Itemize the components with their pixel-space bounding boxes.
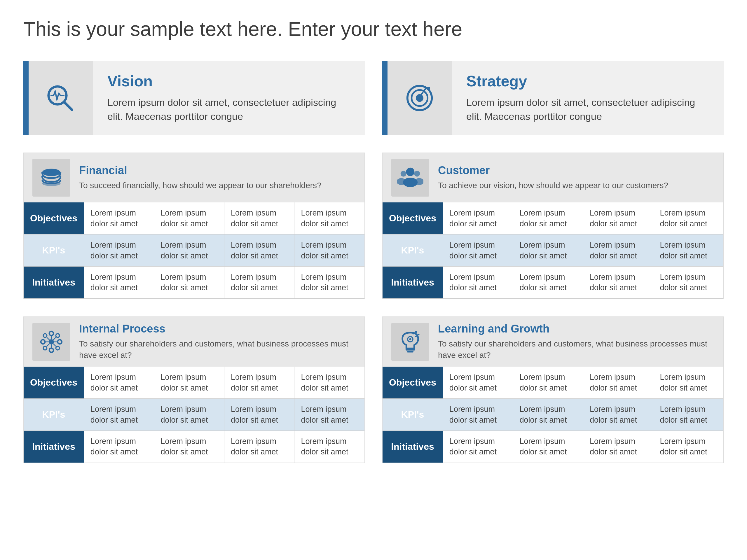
customer-kpi-cell-2: Lorem ipsum dolor sit amet <box>513 235 583 267</box>
svg-point-22 <box>43 346 47 350</box>
financial-header: Financial To succeed financially, how sh… <box>24 153 364 203</box>
svg-point-20 <box>43 334 47 338</box>
financial-init-cell-2: Lorem ipsum dolor sit amet <box>154 266 224 298</box>
internal-process-objectives-label: Objectives <box>24 367 84 398</box>
customer-scorecard: Customer To achieve our vision, how shou… <box>382 153 724 299</box>
customer-obj-cell-3: Lorem ipsum dolor sit amet <box>583 203 653 234</box>
page-title: This is your sample text here. Enter you… <box>23 18 724 40</box>
svg-point-4 <box>416 94 423 102</box>
ip-kpi-cell-2: Lorem ipsum dolor sit amet <box>154 399 224 431</box>
svg-line-29 <box>53 337 56 340</box>
customer-header: Customer To achieve our vision, how shou… <box>383 153 723 203</box>
financial-obj-cell-2: Lorem ipsum dolor sit amet <box>154 203 224 234</box>
financial-title: Financial <box>79 164 321 177</box>
svg-point-9 <box>406 168 415 176</box>
learning-growth-scorecard: Learning and Growth To satisfy our share… <box>382 317 724 463</box>
svg-line-28 <box>47 337 50 340</box>
learning-growth-header: Learning and Growth To satisfy our share… <box>383 317 723 367</box>
financial-table: Objectives Lorem ipsum dolor sit amet Lo… <box>24 203 364 299</box>
svg-line-31 <box>53 344 56 346</box>
internal-process-initiatives-label: Initiatives <box>24 430 84 462</box>
financial-scorecard: Financial To succeed financially, how sh… <box>23 153 365 299</box>
financial-kpi-cell-3: Lorem ipsum dolor sit amet <box>224 235 294 267</box>
financial-kpi-cell-2: Lorem ipsum dolor sit amet <box>154 235 224 267</box>
strategy-content: Strategy Lorem ipsum dolor sit amet, con… <box>452 61 724 135</box>
internal-process-title: Internal Process <box>79 323 356 335</box>
svg-point-7 <box>42 169 61 176</box>
customer-kpi-row: KPI's Lorem ipsum dolor sit amet Lorem i… <box>383 235 723 267</box>
customer-kpi-cell-4: Lorem ipsum dolor sit amet <box>653 235 723 267</box>
strategy-icon <box>404 82 436 114</box>
ip-obj-cell-4: Lorem ipsum dolor sit amet <box>294 367 364 398</box>
svg-point-18 <box>41 340 45 344</box>
ip-obj-cell-3: Lorem ipsum dolor sit amet <box>224 367 294 398</box>
internal-process-kpi-row: KPI's Lorem ipsum dolor sit amet Lorem i… <box>24 399 364 431</box>
customer-initiatives-row: Initiatives Lorem ipsum dolor sit amet L… <box>383 266 723 298</box>
financial-subtitle: To succeed financially, how should we ap… <box>79 180 321 191</box>
strategy-card: Strategy Lorem ipsum dolor sit amet, con… <box>382 61 724 135</box>
lg-init-cell-1: Lorem ipsum dolor sit amet <box>443 430 513 462</box>
internal-process-header-content: Internal Process To satisfy our sharehol… <box>79 323 356 361</box>
customer-kpi-label: KPI's <box>383 235 443 267</box>
customer-kpi-cell-3: Lorem ipsum dolor sit amet <box>583 235 653 267</box>
ip-init-cell-1: Lorem ipsum dolor sit amet <box>84 430 154 462</box>
customer-subtitle: To achieve our vision, how should we app… <box>438 180 668 191</box>
financial-obj-cell-3: Lorem ipsum dolor sit amet <box>224 203 294 234</box>
financial-kpi-row: KPI's Lorem ipsum dolor sit amet Lorem i… <box>24 235 364 267</box>
customer-obj-cell-2: Lorem ipsum dolor sit amet <box>513 203 583 234</box>
customer-kpi-cell-1: Lorem ipsum dolor sit amet <box>443 235 513 267</box>
svg-line-1 <box>64 102 72 110</box>
customer-header-content: Customer To achieve our vision, how shou… <box>438 164 668 191</box>
internal-process-initiatives-row: Initiatives Lorem ipsum dolor sit amet L… <box>24 430 364 462</box>
learning-growth-subtitle: To satisfy our shareholders and customer… <box>438 338 715 361</box>
svg-point-11 <box>401 171 407 177</box>
customer-objectives-row: Objectives Lorem ipsum dolor sit amet Lo… <box>383 203 723 234</box>
financial-initiatives-label: Initiatives <box>24 266 84 298</box>
lg-init-cell-3: Lorem ipsum dolor sit amet <box>583 430 653 462</box>
vision-accent <box>23 61 29 135</box>
financial-obj-cell-1: Lorem ipsum dolor sit amet <box>84 203 154 234</box>
svg-point-23 <box>56 346 59 350</box>
learning-growth-initiatives-row: Initiatives Lorem ipsum dolor sit amet L… <box>383 430 723 462</box>
customer-title: Customer <box>438 164 668 177</box>
vision-icon-container <box>29 61 93 135</box>
lg-obj-cell-3: Lorem ipsum dolor sit amet <box>583 367 653 398</box>
ip-obj-cell-1: Lorem ipsum dolor sit amet <box>84 367 154 398</box>
svg-point-21 <box>56 334 59 338</box>
strategy-icon-container <box>387 61 452 135</box>
learning-growth-icon-container <box>391 323 429 361</box>
financial-icon <box>38 164 65 191</box>
customer-init-cell-2: Lorem ipsum dolor sit amet <box>513 266 583 298</box>
ip-init-cell-4: Lorem ipsum dolor sit amet <box>294 430 364 462</box>
vision-text: Lorem ipsum dolor sit amet, consectetuer… <box>107 96 350 123</box>
customer-obj-cell-4: Lorem ipsum dolor sit amet <box>653 203 723 234</box>
svg-line-30 <box>47 344 50 346</box>
svg-point-8 <box>42 181 61 186</box>
financial-kpi-cell-4: Lorem ipsum dolor sit amet <box>294 235 364 267</box>
internal-process-table: Objectives Lorem ipsum dolor sit amet Lo… <box>24 367 364 463</box>
svg-point-17 <box>49 348 53 352</box>
vision-icon <box>45 82 77 114</box>
ip-kpi-cell-1: Lorem ipsum dolor sit amet <box>84 399 154 431</box>
scorecards-row-2: Internal Process To satisfy our sharehol… <box>23 317 724 463</box>
customer-icon <box>397 164 423 191</box>
financial-kpi-label: KPI's <box>24 235 84 267</box>
svg-point-19 <box>58 340 62 344</box>
lg-obj-cell-2: Lorem ipsum dolor sit amet <box>513 367 583 398</box>
ip-init-cell-3: Lorem ipsum dolor sit amet <box>224 430 294 462</box>
learning-growth-initiatives-label: Initiatives <box>383 430 443 462</box>
vision-card: Vision Lorem ipsum dolor sit amet, conse… <box>23 61 365 135</box>
financial-objectives-label: Objectives <box>24 203 84 234</box>
customer-icon-container <box>391 159 429 196</box>
learning-growth-title: Learning and Growth <box>438 323 715 335</box>
lg-obj-cell-1: Lorem ipsum dolor sit amet <box>443 367 513 398</box>
lg-kpi-cell-2: Lorem ipsum dolor sit amet <box>513 399 583 431</box>
financial-init-cell-3: Lorem ipsum dolor sit amet <box>224 266 294 298</box>
svg-point-33 <box>409 338 411 340</box>
financial-objectives-row: Objectives Lorem ipsum dolor sit amet Lo… <box>24 203 364 234</box>
vision-content: Vision Lorem ipsum dolor sit amet, conse… <box>93 61 365 135</box>
financial-header-content: Financial To succeed financially, how sh… <box>79 164 321 191</box>
customer-objectives-label: Objectives <box>383 203 443 234</box>
financial-icon-container <box>32 159 70 196</box>
internal-process-header: Internal Process To satisfy our sharehol… <box>24 317 364 367</box>
